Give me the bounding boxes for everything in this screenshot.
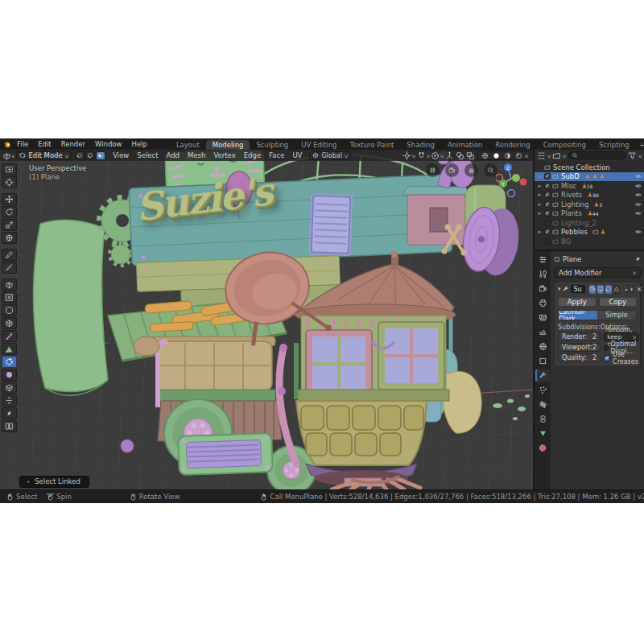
viewport-field[interactable]: Viewport: 2 <box>558 343 601 352</box>
tab-tool[interactable] <box>535 268 550 280</box>
outliner-item-pebbles[interactable]: ▸ ✓ Pebbles <box>535 228 644 237</box>
visibility-eye-icon[interactable] <box>635 173 642 180</box>
tool-annotate[interactable] <box>2 249 17 261</box>
tool-extrude-region[interactable] <box>2 279 17 291</box>
tab-modifiers[interactable] <box>535 369 550 382</box>
shading-wireframe-button[interactable] <box>480 151 490 160</box>
visibility-eye-icon[interactable] <box>635 201 642 208</box>
modifier-cage-toggle[interactable] <box>613 285 620 294</box>
menu-file[interactable]: File <box>12 140 33 148</box>
chevron-down-icon[interactable]: ∨ <box>10 153 15 159</box>
menu-render[interactable]: Render <box>56 140 90 148</box>
disclosure-icon[interactable]: ▸ <box>537 229 543 235</box>
tab-render[interactable] <box>535 283 550 295</box>
camera-view-button[interactable] <box>445 163 459 177</box>
shading-solid-button[interactable] <box>491 151 502 160</box>
navigation-gizmo[interactable]: Z Y <box>496 161 533 204</box>
tool-bevel[interactable] <box>2 304 17 316</box>
modifier-realtime-toggle[interactable] <box>597 285 604 294</box>
optimal-display-checkbox[interactable] <box>604 345 608 351</box>
tab-scene[interactable] <box>535 326 550 338</box>
collection-checkbox[interactable]: ✓ <box>544 183 551 189</box>
apply-button[interactable]: Apply <box>558 297 597 307</box>
menu-mesh[interactable]: Mesh <box>184 151 209 159</box>
delete-modifier-button[interactable]: ✕ <box>637 286 642 293</box>
toggle-perspective-button[interactable] <box>426 163 440 177</box>
simple-button[interactable]: Simple <box>597 311 636 320</box>
mode-dropdown[interactable]: Edit Mode ∨ <box>16 151 72 160</box>
chevron-down-icon[interactable]: ∨ <box>563 153 568 159</box>
properties-editor-type[interactable] <box>535 254 550 266</box>
tab-modeling[interactable]: Modeling <box>206 140 250 150</box>
outliner-item-subd[interactable]: ▸ ✓ SubD <box>535 172 644 182</box>
visibility-eye-icon[interactable] <box>635 229 642 235</box>
catmull-clark-button[interactable]: Catmull-Clark <box>559 311 597 320</box>
menu-view[interactable]: View <box>109 151 133 159</box>
filter-icon[interactable] <box>628 151 637 160</box>
tool-knife[interactable] <box>2 330 17 342</box>
tool-scale[interactable] <box>2 219 17 231</box>
move-modifier-down-button[interactable]: ▾ <box>630 285 634 293</box>
chevron-down-icon[interactable]: ∨ <box>524 153 529 159</box>
tab-compositing[interactable]: Compositing <box>537 140 592 150</box>
tab-scripting[interactable]: Scripting <box>592 140 636 150</box>
copy-button[interactable]: Copy <box>599 297 638 307</box>
tool-shear[interactable] <box>2 407 17 419</box>
tab-physics[interactable] <box>535 398 550 411</box>
chevron-down-icon[interactable]: ∨ <box>547 153 551 159</box>
tab-rendering[interactable]: Rendering <box>489 140 536 150</box>
tool-smooth[interactable] <box>2 369 17 381</box>
chevron-down-icon[interactable]: ∨ <box>426 153 431 159</box>
menu-uv[interactable]: UV <box>288 151 306 159</box>
menu-vertex[interactable]: Vertex <box>209 151 239 159</box>
tool-measure[interactable] <box>2 262 17 274</box>
tab-object[interactable] <box>535 355 550 367</box>
display-mode-icon[interactable] <box>552 151 561 160</box>
pin-icon[interactable] <box>634 256 641 262</box>
tab-output[interactable] <box>535 297 550 309</box>
menu-help[interactable]: Help <box>126 140 151 148</box>
outliner-editor-icon[interactable] <box>537 151 546 160</box>
disclosure-icon[interactable]: ▸ <box>537 183 543 189</box>
menu-edit[interactable]: Edit <box>33 140 56 148</box>
orientation-dropdown[interactable]: Global ∨ <box>309 151 351 160</box>
tool-poly-build[interactable] <box>2 343 17 355</box>
vertex-select-button[interactable] <box>75 151 85 160</box>
edge-select-button[interactable] <box>85 151 95 160</box>
outliner-search-input[interactable] <box>568 151 626 159</box>
visibility-eye-icon[interactable] <box>635 183 642 189</box>
tool-transform[interactable] <box>2 232 17 244</box>
face-select-button[interactable] <box>96 151 105 160</box>
disclosure-icon[interactable]: ▸ <box>537 201 543 208</box>
chevron-down-icon[interactable]: ∨ <box>411 153 416 159</box>
modifier-editmode-toggle[interactable] <box>605 285 612 294</box>
tab-uv-editing[interactable]: UV Editing <box>295 140 343 150</box>
shading-rendered-button[interactable] <box>514 151 524 160</box>
show-overlays-button[interactable] <box>455 151 465 160</box>
collection-checkbox[interactable]: ✓ <box>544 201 551 208</box>
tool-move[interactable] <box>2 193 17 205</box>
collection-checkbox[interactable] <box>544 220 551 226</box>
pan-view-button[interactable] <box>464 163 478 177</box>
disclosure-icon[interactable]: ▸ <box>537 210 543 217</box>
collection-checkbox[interactable] <box>544 238 551 245</box>
tab-constraints[interactable] <box>535 413 550 425</box>
outliner-item-rivets[interactable]: ▸ ✓ Rivets 99 <box>535 191 644 200</box>
disclosure-icon[interactable]: ▸ <box>537 173 543 180</box>
operator-panel[interactable]: •Select Linked <box>19 476 89 488</box>
chevron-down-icon[interactable]: ∨ <box>440 153 444 159</box>
tool-inset-faces[interactable] <box>2 291 17 303</box>
tab-animation[interactable]: Animation <box>441 140 489 150</box>
outliner-item-lighting2[interactable]: Lighting_2 <box>535 218 644 228</box>
tool-spin[interactable] <box>2 356 17 368</box>
visibility-eye-icon[interactable] <box>635 192 642 198</box>
tab-object-data[interactable] <box>535 427 550 440</box>
use-creases-checkbox[interactable]: ✓ <box>604 355 610 361</box>
tab-particles[interactable] <box>535 384 550 396</box>
menu-select[interactable]: Select <box>133 151 162 159</box>
tool-cursor[interactable] <box>2 176 17 188</box>
tab-sculpting[interactable]: Sculpting <box>250 140 295 150</box>
shading-material-button[interactable] <box>502 151 513 160</box>
tool-select-box[interactable] <box>2 163 17 175</box>
disclosure-icon[interactable]: ▸ <box>537 192 543 198</box>
